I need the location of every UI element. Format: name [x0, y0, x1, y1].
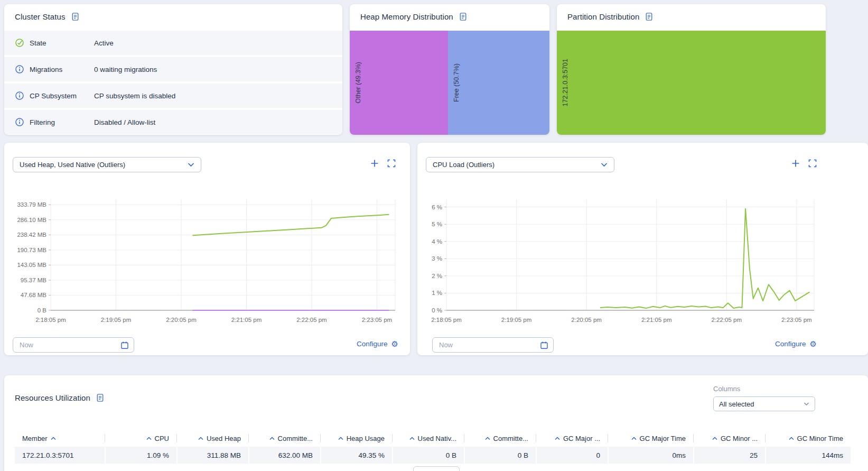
table-header-gc-major-time[interactable]: GC Major Time	[609, 430, 693, 447]
x-axis-tick-label: 2:19:05 pm	[101, 317, 132, 323]
y-axis-tick-label: 1 %	[432, 290, 442, 296]
table-row[interactable]: 172.21.0.3:57011.09 %311.88 MB632.00 MB4…	[15, 447, 857, 464]
status-label: State	[30, 39, 94, 47]
cluster-status-title: Cluster Status	[15, 12, 66, 21]
table-header-label: GC Minor ...	[721, 435, 758, 442]
fullscreen-icon[interactable]	[808, 159, 817, 168]
metric-select-dropdown[interactable]: CPU Load (Outliers)	[426, 157, 614, 172]
document-icon[interactable]	[645, 12, 654, 21]
y-axis-tick-label: 238.42 MB	[17, 232, 46, 238]
x-axis-tick-label: 2:21:05 pm	[231, 317, 262, 323]
table-cell: 311.88 MB	[178, 447, 248, 464]
column-divider	[765, 434, 766, 442]
column-divider	[176, 434, 177, 442]
used-heap-chart: 0 B47.68 MB95.37 MB143.05 MB190.73 MB238…	[11, 193, 403, 326]
table-header-cpu[interactable]: CPU	[106, 430, 176, 447]
y-axis-tick-label: 190.73 MB	[17, 247, 46, 253]
table-header-used-nativ[interactable]: Used Nativ...	[393, 430, 464, 447]
partition-distribution-card: Partition Distribution 172.21.0.3:5701	[557, 4, 826, 135]
gear-icon: ⚙	[810, 340, 817, 348]
y-axis-tick-label: 143.05 MB	[17, 262, 46, 268]
table-header-gc-major[interactable]: GC Major ...	[537, 430, 608, 447]
sort-chevron-icon	[269, 437, 275, 440]
partition-distribution-segments: 172.21.0.3:5701	[557, 31, 826, 135]
configure-label: Configure	[775, 340, 806, 348]
status-label: Migrations	[30, 66, 94, 73]
table-header-committe[interactable]: Committe...	[465, 430, 536, 447]
table-header-label: CPU	[155, 435, 169, 442]
cpu-load-chart: 0 %1 %2 %3 %4 %5 %6 %2:18:05 pm2:19:05 p…	[424, 193, 864, 326]
status-row-filtering: FilteringDisabled / Allow-list	[4, 110, 342, 134]
sort-chevron-icon	[555, 437, 560, 440]
document-icon[interactable]	[96, 393, 105, 402]
x-axis-tick-label: 2:23:05 pm	[781, 317, 812, 323]
table-header-used-heap[interactable]: Used Heap	[178, 430, 248, 447]
table-header-label: GC Major Time	[640, 435, 686, 442]
table-cell: 144ms	[766, 447, 851, 464]
document-icon[interactable]	[71, 12, 80, 21]
pagination-control[interactable]	[413, 466, 460, 471]
columns-select-dropdown[interactable]: All selected	[713, 396, 815, 411]
sort-chevron-icon	[409, 437, 415, 440]
configure-label: Configure	[357, 340, 388, 348]
series-line-used-heap	[193, 215, 389, 236]
used-heap-chart-card: Used Heap, Used Native (Outliers) 0 B47.…	[4, 143, 410, 355]
resources-utilization-header: Resources Utilization	[4, 393, 115, 402]
column-divider	[105, 434, 105, 442]
columns-label: Columns	[713, 385, 815, 393]
x-axis-tick-label: 2:18:05 pm	[35, 317, 66, 323]
table-header-label: Member	[22, 435, 48, 442]
table-header-member[interactable]: Member	[15, 430, 105, 447]
document-icon[interactable]	[459, 12, 468, 21]
sort-chevron-icon	[198, 437, 203, 440]
time-range-input-wrap	[13, 337, 134, 353]
status-value: Active	[94, 39, 114, 47]
resources-utilization-title: Resources Utilization	[15, 393, 90, 402]
info-circle-icon	[15, 91, 24, 100]
calendar-icon[interactable]	[120, 341, 129, 349]
table-header-gc-minor[interactable]: GC Minor ...	[694, 430, 765, 447]
distribution-segment: Other (49.3%)	[350, 31, 448, 135]
table-header-label: GC Major ...	[563, 435, 600, 442]
add-chart-icon[interactable]	[791, 159, 800, 168]
columns-select-value: All selected	[719, 400, 754, 408]
info-circle-icon	[15, 117, 24, 127]
column-divider	[693, 434, 694, 442]
sort-chevron-icon	[712, 437, 717, 440]
y-axis-tick-label: 0 B	[38, 307, 47, 313]
calendar-icon[interactable]	[540, 341, 548, 349]
y-axis-tick-label: 2 %	[432, 273, 442, 279]
table-header-label: Heap Usage	[347, 435, 385, 442]
column-divider	[608, 434, 608, 442]
fullscreen-icon[interactable]	[387, 159, 396, 168]
column-divider	[248, 434, 249, 442]
time-range-input[interactable]	[433, 338, 553, 352]
add-chart-icon[interactable]	[370, 159, 379, 168]
y-axis-tick-label: 4 %	[432, 238, 442, 245]
table-header-label: Committe...	[278, 435, 313, 442]
metric-select-value: CPU Load (Outliers)	[433, 161, 494, 169]
segment-label: 172.21.0.3:5701	[562, 59, 569, 106]
configure-link[interactable]: Configure ⚙	[357, 340, 398, 348]
chevron-down-icon	[804, 402, 809, 406]
table-cell: 172.21.0.3:5701	[15, 447, 105, 464]
partition-distribution-title: Partition Distribution	[567, 12, 639, 21]
info-circle-icon	[15, 64, 24, 74]
table-header-gc-minor-time[interactable]: GC Minor Time	[766, 430, 851, 447]
x-axis-tick-label: 2:23:05 pm	[362, 317, 393, 323]
status-value: CP subsystem is disabled	[94, 92, 175, 100]
table-cell: 0ms	[609, 447, 693, 464]
configure-link[interactable]: Configure ⚙	[775, 340, 817, 348]
status-label: CP Subsystem	[30, 92, 94, 100]
table-header-committe[interactable]: Committe...	[249, 430, 320, 447]
y-axis-tick-label: 5 %	[432, 221, 442, 227]
heap-distribution-segments: Other (49.3%)Free (50.7%)	[350, 31, 549, 135]
resources-utilization-card: Resources Utilization Columns All select…	[4, 375, 868, 471]
table-header-heap-usage[interactable]: Heap Usage	[321, 430, 392, 447]
time-range-input[interactable]	[13, 338, 134, 352]
table-header-label: Used Heap	[207, 435, 241, 442]
x-axis-tick-label: 2:18:05 pm	[431, 317, 462, 323]
sort-chevron-icon	[631, 437, 637, 440]
metric-select-value: Used Heap, Used Native (Outliers)	[20, 161, 125, 169]
metric-select-dropdown[interactable]: Used Heap, Used Native (Outliers)	[13, 157, 201, 172]
